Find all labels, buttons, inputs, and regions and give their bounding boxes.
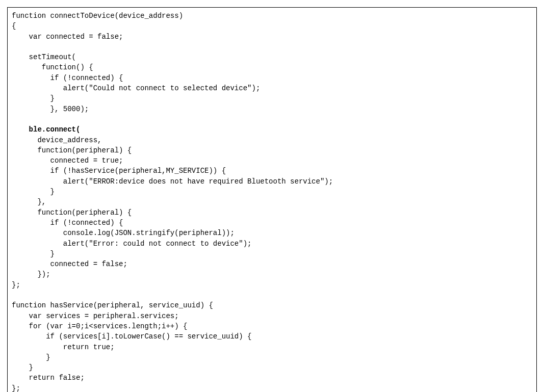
code-line: for (var i=0;i<services.length;i++) {: [12, 322, 187, 330]
code-line: alert("ERROR:device does not have requir…: [12, 177, 333, 186]
code-line: };: [12, 384, 20, 392]
code-line: connected = false;: [12, 260, 127, 268]
code-line: device_address,: [12, 136, 101, 144]
code-line: };: [12, 281, 20, 289]
code-line: function(peripheral) {: [12, 146, 132, 154]
code-line: return true;: [12, 343, 115, 351]
code-line: return false;: [12, 374, 85, 382]
code-line: var connected = false;: [12, 33, 123, 41]
code-line: function hasService(peripheral, service_…: [12, 301, 213, 309]
code-line: console.log(JSON.stringify(peripheral));: [12, 229, 235, 237]
code-line: alert("Error: could not connect to devic…: [12, 240, 251, 248]
code-line: if (!connected) {: [12, 219, 123, 227]
code-line: alert("Could not connect to selected dev…: [12, 84, 260, 92]
code-line: setTimeout(: [12, 53, 76, 61]
code-line: function(peripheral) {: [12, 208, 132, 217]
code-line: if (!hasService(peripheral,MY_SERVICE)) …: [12, 167, 226, 175]
code-line: if (services[i].toLowerCase() == service…: [12, 332, 251, 341]
code-line: ble.connect(: [12, 125, 80, 134]
code-line: }: [12, 363, 33, 372]
code-line: }: [12, 250, 55, 258]
code-line: connected = true;: [12, 156, 123, 165]
code-line: },: [12, 198, 46, 206]
code-line: function() {: [12, 63, 93, 71]
code-line: }: [12, 94, 55, 102]
code-listing: function connectToDevice(device_address)…: [7, 7, 537, 392]
code-line: });: [12, 270, 50, 278]
code-line: var services = peripheral.services;: [12, 312, 179, 320]
code-line: }: [12, 353, 50, 361]
code-line: }: [12, 188, 55, 196]
code-line: {: [12, 22, 16, 30]
code-line: if (!connected) {: [12, 74, 123, 82]
code-line: }, 5000);: [12, 105, 89, 113]
code-line: function connectToDevice(device_address): [12, 12, 183, 20]
